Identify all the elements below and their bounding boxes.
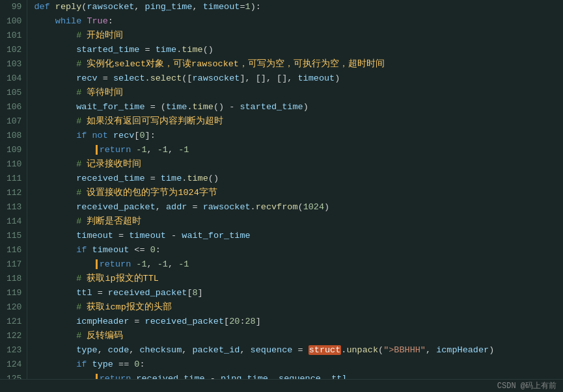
code-line-99: def reply(rawsocket, ping_time, timeout=… [34,0,563,14]
code-line-108: if not recv[0]: [34,129,563,143]
code-line-118: # 获取ip报文的TTL [34,272,563,286]
code-line-123: type, code, checksum, packet_id, sequenc… [34,343,563,358]
code-line-119: ttl = received_packet[8] [34,286,563,300]
code-line-101: # 开始时间 [34,29,563,43]
code-line-120: # 获取icmp报文的头部 [34,300,563,315]
code-line-107: # 如果没有返回可写内容判断为超时 [34,114,563,129]
code-line-100: while True: [34,14,563,29]
code-line-103: # 实例化select对象，可读rawsocket，可写为空，可执行为空，超时时… [34,57,563,72]
code-line-110: # 记录接收时间 [34,157,563,172]
code-line-109: return -1, -1, -1 [34,143,563,157]
code-line-104: recv = select.select([rawsocket], [], []… [34,72,563,86]
code-line-112: # 设置接收的包的字节为1024字节 [34,186,563,200]
code-line-114: # 判断是否超时 [34,215,563,229]
code-line-122: # 反转编码 [34,329,563,343]
line-numbers: 99 100 101 102 103 104 105 106 107 108 1… [0,0,27,379]
code-line-115: timeout = timeout - wait_for_time [34,229,563,243]
code-line-116: if timeout <= 0: [34,243,563,257]
code-line-125: return received_time - ping_time, sequen… [34,372,563,379]
code-line-102: started_time = time.time() [34,43,563,57]
footer: CSDN @码上有前 [0,379,563,392]
code-lines: def reply(rawsocket, ping_time, timeout=… [27,0,563,379]
brand-label: CSDN @码上有前 [497,380,556,391]
code-line-105: # 等待时间 [34,86,563,100]
code-line-106: wait_for_time = (time.time() - started_t… [34,100,563,114]
code-line-117: return -1, -1, -1 [34,257,563,272]
code-line-113: received_packet, addr = rawsocket.recvfr… [34,200,563,215]
code-line-121: icmpHeader = received_packet[20:28] [34,315,563,329]
code-line-124: if type == 0: [34,358,563,372]
code-line-111: received_time = time.time() [34,172,563,186]
